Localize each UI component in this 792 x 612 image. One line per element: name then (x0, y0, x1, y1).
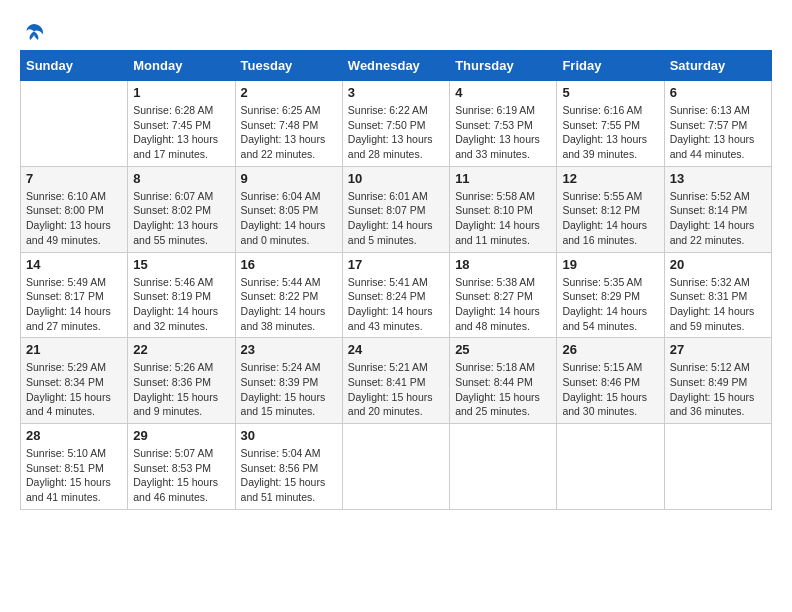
calendar-cell: 16Sunrise: 5:44 AMSunset: 8:22 PMDayligh… (235, 252, 342, 338)
day-info: Sunrise: 5:04 AMSunset: 8:56 PMDaylight:… (241, 446, 337, 505)
day-info: Sunrise: 5:07 AMSunset: 8:53 PMDaylight:… (133, 446, 229, 505)
day-number: 30 (241, 428, 337, 443)
day-number: 17 (348, 257, 444, 272)
day-number: 8 (133, 171, 229, 186)
calendar-cell: 12Sunrise: 5:55 AMSunset: 8:12 PMDayligh… (557, 166, 664, 252)
day-number: 7 (26, 171, 122, 186)
day-info: Sunrise: 5:49 AMSunset: 8:17 PMDaylight:… (26, 275, 122, 334)
column-header-wednesday: Wednesday (342, 51, 449, 81)
calendar-cell: 21Sunrise: 5:29 AMSunset: 8:34 PMDayligh… (21, 338, 128, 424)
calendar-cell: 2Sunrise: 6:25 AMSunset: 7:48 PMDaylight… (235, 81, 342, 167)
day-number: 4 (455, 85, 551, 100)
day-number: 12 (562, 171, 658, 186)
calendar-cell: 25Sunrise: 5:18 AMSunset: 8:44 PMDayligh… (450, 338, 557, 424)
column-header-friday: Friday (557, 51, 664, 81)
day-info: Sunrise: 6:16 AMSunset: 7:55 PMDaylight:… (562, 103, 658, 162)
day-number: 5 (562, 85, 658, 100)
day-number: 22 (133, 342, 229, 357)
logo (20, 20, 46, 40)
day-number: 2 (241, 85, 337, 100)
column-header-sunday: Sunday (21, 51, 128, 81)
calendar-cell: 23Sunrise: 5:24 AMSunset: 8:39 PMDayligh… (235, 338, 342, 424)
calendar-cell: 7Sunrise: 6:10 AMSunset: 8:00 PMDaylight… (21, 166, 128, 252)
day-number: 1 (133, 85, 229, 100)
day-number: 9 (241, 171, 337, 186)
day-info: Sunrise: 5:12 AMSunset: 8:49 PMDaylight:… (670, 360, 766, 419)
calendar-cell: 6Sunrise: 6:13 AMSunset: 7:57 PMDaylight… (664, 81, 771, 167)
logo-bird-icon (22, 20, 46, 44)
day-info: Sunrise: 5:44 AMSunset: 8:22 PMDaylight:… (241, 275, 337, 334)
day-info: Sunrise: 6:01 AMSunset: 8:07 PMDaylight:… (348, 189, 444, 248)
day-number: 14 (26, 257, 122, 272)
calendar-header-row: SundayMondayTuesdayWednesdayThursdayFrid… (21, 51, 772, 81)
header (20, 20, 772, 40)
day-info: Sunrise: 5:15 AMSunset: 8:46 PMDaylight:… (562, 360, 658, 419)
calendar-cell: 20Sunrise: 5:32 AMSunset: 8:31 PMDayligh… (664, 252, 771, 338)
day-info: Sunrise: 6:04 AMSunset: 8:05 PMDaylight:… (241, 189, 337, 248)
day-info: Sunrise: 6:19 AMSunset: 7:53 PMDaylight:… (455, 103, 551, 162)
day-number: 3 (348, 85, 444, 100)
day-number: 18 (455, 257, 551, 272)
calendar-cell: 17Sunrise: 5:41 AMSunset: 8:24 PMDayligh… (342, 252, 449, 338)
calendar-cell: 28Sunrise: 5:10 AMSunset: 8:51 PMDayligh… (21, 424, 128, 510)
calendar-cell: 4Sunrise: 6:19 AMSunset: 7:53 PMDaylight… (450, 81, 557, 167)
calendar-cell (21, 81, 128, 167)
day-number: 13 (670, 171, 766, 186)
day-number: 29 (133, 428, 229, 443)
day-number: 25 (455, 342, 551, 357)
calendar-cell: 26Sunrise: 5:15 AMSunset: 8:46 PMDayligh… (557, 338, 664, 424)
calendar-week-row: 1Sunrise: 6:28 AMSunset: 7:45 PMDaylight… (21, 81, 772, 167)
day-info: Sunrise: 6:25 AMSunset: 7:48 PMDaylight:… (241, 103, 337, 162)
day-info: Sunrise: 5:18 AMSunset: 8:44 PMDaylight:… (455, 360, 551, 419)
column-header-saturday: Saturday (664, 51, 771, 81)
calendar-cell: 13Sunrise: 5:52 AMSunset: 8:14 PMDayligh… (664, 166, 771, 252)
day-number: 15 (133, 257, 229, 272)
day-info: Sunrise: 5:10 AMSunset: 8:51 PMDaylight:… (26, 446, 122, 505)
calendar-cell: 29Sunrise: 5:07 AMSunset: 8:53 PMDayligh… (128, 424, 235, 510)
day-info: Sunrise: 6:13 AMSunset: 7:57 PMDaylight:… (670, 103, 766, 162)
calendar-cell (450, 424, 557, 510)
calendar-week-row: 21Sunrise: 5:29 AMSunset: 8:34 PMDayligh… (21, 338, 772, 424)
day-info: Sunrise: 5:46 AMSunset: 8:19 PMDaylight:… (133, 275, 229, 334)
day-number: 27 (670, 342, 766, 357)
calendar-cell: 1Sunrise: 6:28 AMSunset: 7:45 PMDaylight… (128, 81, 235, 167)
calendar-cell: 3Sunrise: 6:22 AMSunset: 7:50 PMDaylight… (342, 81, 449, 167)
day-info: Sunrise: 5:32 AMSunset: 8:31 PMDaylight:… (670, 275, 766, 334)
calendar-cell (664, 424, 771, 510)
column-header-monday: Monday (128, 51, 235, 81)
day-info: Sunrise: 5:41 AMSunset: 8:24 PMDaylight:… (348, 275, 444, 334)
day-number: 16 (241, 257, 337, 272)
calendar-cell: 5Sunrise: 6:16 AMSunset: 7:55 PMDaylight… (557, 81, 664, 167)
day-info: Sunrise: 5:35 AMSunset: 8:29 PMDaylight:… (562, 275, 658, 334)
day-info: Sunrise: 5:55 AMSunset: 8:12 PMDaylight:… (562, 189, 658, 248)
calendar-cell: 10Sunrise: 6:01 AMSunset: 8:07 PMDayligh… (342, 166, 449, 252)
day-number: 6 (670, 85, 766, 100)
day-number: 28 (26, 428, 122, 443)
calendar-cell: 9Sunrise: 6:04 AMSunset: 8:05 PMDaylight… (235, 166, 342, 252)
calendar-cell: 24Sunrise: 5:21 AMSunset: 8:41 PMDayligh… (342, 338, 449, 424)
calendar-cell: 30Sunrise: 5:04 AMSunset: 8:56 PMDayligh… (235, 424, 342, 510)
day-info: Sunrise: 5:52 AMSunset: 8:14 PMDaylight:… (670, 189, 766, 248)
calendar-cell: 14Sunrise: 5:49 AMSunset: 8:17 PMDayligh… (21, 252, 128, 338)
day-number: 24 (348, 342, 444, 357)
day-number: 19 (562, 257, 658, 272)
day-number: 20 (670, 257, 766, 272)
calendar-table: SundayMondayTuesdayWednesdayThursdayFrid… (20, 50, 772, 510)
day-number: 21 (26, 342, 122, 357)
calendar-cell (557, 424, 664, 510)
day-info: Sunrise: 5:24 AMSunset: 8:39 PMDaylight:… (241, 360, 337, 419)
calendar-cell: 19Sunrise: 5:35 AMSunset: 8:29 PMDayligh… (557, 252, 664, 338)
calendar-week-row: 14Sunrise: 5:49 AMSunset: 8:17 PMDayligh… (21, 252, 772, 338)
day-info: Sunrise: 5:29 AMSunset: 8:34 PMDaylight:… (26, 360, 122, 419)
day-number: 11 (455, 171, 551, 186)
calendar-week-row: 7Sunrise: 6:10 AMSunset: 8:00 PMDaylight… (21, 166, 772, 252)
day-number: 10 (348, 171, 444, 186)
day-info: Sunrise: 6:28 AMSunset: 7:45 PMDaylight:… (133, 103, 229, 162)
column-header-tuesday: Tuesday (235, 51, 342, 81)
day-info: Sunrise: 5:21 AMSunset: 8:41 PMDaylight:… (348, 360, 444, 419)
calendar-cell: 22Sunrise: 5:26 AMSunset: 8:36 PMDayligh… (128, 338, 235, 424)
day-number: 23 (241, 342, 337, 357)
day-info: Sunrise: 6:22 AMSunset: 7:50 PMDaylight:… (348, 103, 444, 162)
day-info: Sunrise: 5:58 AMSunset: 8:10 PMDaylight:… (455, 189, 551, 248)
column-header-thursday: Thursday (450, 51, 557, 81)
